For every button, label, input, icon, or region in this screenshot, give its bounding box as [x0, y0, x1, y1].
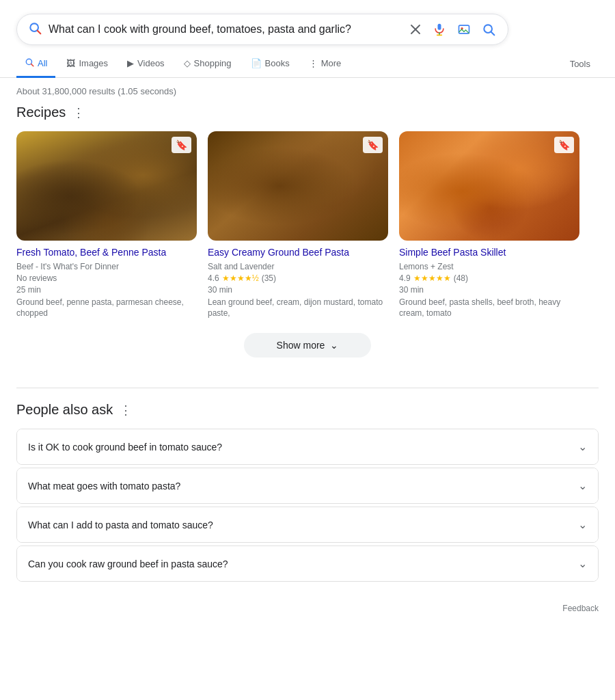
paa-menu-icon[interactable]: ⋮: [120, 403, 132, 418]
tab-books[interactable]: 📄 Books: [243, 51, 298, 77]
recipe-ingredients-3: Ground beef, pasta shells, beef broth, h…: [399, 297, 579, 320]
paa-item-4: Can you cook raw ground beef in pasta sa…: [16, 546, 599, 582]
bookmark-button-1[interactable]: 🔖: [172, 137, 191, 153]
recipe-time-2: 30 min: [208, 285, 388, 295]
search-icons: [408, 21, 497, 38]
videos-icon: ▶: [127, 58, 134, 68]
show-more-label: Show more: [277, 340, 325, 351]
chevron-down-icon: ⌄: [330, 340, 338, 351]
tab-all[interactable]: All: [16, 51, 55, 78]
recipe-time-1: 25 min: [16, 285, 197, 295]
feedback-link[interactable]: Feedback: [562, 604, 599, 613]
rating-count-3: (48): [454, 273, 468, 283]
bookmark-button-3[interactable]: 🔖: [554, 137, 574, 153]
recipe-source-1: Beef - It's What's For Dinner: [16, 262, 197, 271]
recipe-title-2: Easy Creamy Ground Beef Pasta: [208, 246, 388, 260]
show-more-button[interactable]: Show more ⌄: [244, 333, 372, 358]
tab-images[interactable]: 🖼 Images: [58, 51, 116, 77]
svg-rect-4: [438, 24, 441, 30]
paa-item-2: What meat goes with tomato pasta? ⌄: [16, 468, 599, 504]
tab-more-label: More: [321, 58, 342, 68]
chevron-down-icon-3: ⌄: [578, 518, 587, 531]
recipe-no-reviews-1: No reviews: [16, 273, 197, 283]
svg-line-1: [38, 31, 41, 34]
recipe-card-3[interactable]: 🔖 Simple Beef Pasta Skillet Lemons + Zes…: [399, 131, 579, 319]
search-input[interactable]: [49, 23, 408, 36]
search-icon: [28, 21, 42, 38]
image-search-button[interactable]: [456, 21, 472, 38]
tab-videos-label: Videos: [137, 58, 165, 68]
paa-question-text-4: Can you cook raw ground beef in pasta sa…: [28, 558, 228, 569]
clear-button[interactable]: [408, 22, 423, 37]
recipe-image-3: 🔖: [399, 131, 579, 241]
recipe-time-3: 30 min: [399, 285, 579, 295]
tab-images-label: Images: [79, 58, 108, 68]
search-bar: [16, 14, 508, 45]
bookmark-button-2[interactable]: 🔖: [363, 137, 383, 153]
tab-more[interactable]: ⋮ More: [301, 51, 350, 77]
recipe-source-3: Lemons + Zest: [399, 262, 579, 271]
svg-line-10: [491, 32, 495, 36]
recipes-menu-icon[interactable]: ⋮: [72, 105, 85, 120]
paa-item-3: What can I add to pasta and tomato sauce…: [16, 507, 599, 543]
recipe-card-1[interactable]: 🔖 Fresh Tomato, Beef & Penne Pasta Beef …: [16, 131, 197, 319]
tab-shopping[interactable]: ◇ Shopping: [176, 51, 240, 77]
recipe-rating-2: 4.6 ★★★★½ (35): [208, 273, 388, 283]
search-button[interactable]: [480, 21, 497, 38]
more-dots-icon: ⋮: [309, 58, 318, 68]
tab-videos[interactable]: ▶ Videos: [119, 51, 173, 77]
tab-all-label: All: [38, 58, 47, 68]
books-icon: 📄: [251, 58, 262, 68]
stars-3: ★★★★★: [413, 273, 451, 283]
results-info: About 31,800,000 results (1.05 seconds): [0, 78, 615, 105]
paa-question-1[interactable]: Is it OK to cook ground beef in tomato s…: [17, 429, 598, 464]
chevron-down-icon-1: ⌄: [578, 440, 587, 453]
recipe-title-1: Fresh Tomato, Beef & Penne Pasta: [16, 246, 197, 260]
paa-question-text-3: What can I add to pasta and tomato sauce…: [28, 520, 213, 530]
nav-tabs: All 🖼 Images ▶ Videos ◇ Shopping 📄 Books…: [0, 45, 615, 78]
tab-books-label: Books: [265, 58, 290, 68]
paa-header: People also ask ⋮: [16, 402, 599, 418]
svg-line-12: [31, 64, 33, 66]
chevron-down-icon-2: ⌄: [578, 479, 587, 492]
rating-value-3: 4.9: [399, 273, 411, 283]
recipe-card-2[interactable]: 🔖 Easy Creamy Ground Beef Pasta Salt and…: [208, 131, 388, 319]
voice-search-button[interactable]: [431, 21, 448, 38]
paa-question-4[interactable]: Can you cook raw ground beef in pasta sa…: [17, 546, 598, 581]
paa-question-2[interactable]: What meat goes with tomato pasta? ⌄: [17, 468, 598, 503]
recipe-cards: 🔖 Fresh Tomato, Beef & Penne Pasta Beef …: [16, 131, 599, 319]
people-also-ask-section: People also ask ⋮ Is it OK to cook groun…: [0, 388, 615, 598]
feedback-area: Feedback: [0, 598, 615, 619]
recipe-ingredients-2: Lean ground beef, cream, dijon mustard, …: [208, 297, 388, 320]
paa-question-3[interactable]: What can I add to pasta and tomato sauce…: [17, 507, 598, 542]
paa-item-1: Is it OK to cook ground beef in tomato s…: [16, 429, 599, 465]
shopping-icon: ◇: [184, 58, 191, 68]
paa-question-text-2: What meat goes with tomato pasta?: [28, 481, 180, 492]
show-more-wrapper: Show more ⌄: [16, 333, 599, 358]
all-search-icon: [25, 57, 34, 69]
recipe-rating-3: 4.9 ★★★★★ (48): [399, 273, 579, 283]
recipe-ingredients-1: Ground beef, penne pasta, parmesan chees…: [16, 297, 197, 320]
recipes-title: Recipes: [16, 105, 66, 120]
recipe-title-3: Simple Beef Pasta Skillet: [399, 246, 579, 260]
recipe-image-2: 🔖: [208, 131, 388, 241]
recipe-image-1: 🔖: [16, 131, 197, 241]
rating-count-2: (35): [262, 273, 276, 283]
stars-2: ★★★★½: [222, 273, 259, 283]
tab-tools[interactable]: Tools: [562, 52, 599, 76]
rating-value-2: 4.6: [208, 273, 219, 283]
recipe-source-2: Salt and Lavender: [208, 262, 388, 271]
paa-question-text-1: Is it OK to cook ground beef in tomato s…: [28, 442, 222, 453]
search-bar-wrapper: [0, 0, 615, 45]
images-icon: 🖼: [66, 58, 75, 68]
recipes-header: Recipes ⋮: [16, 105, 599, 120]
tab-shopping-label: Shopping: [194, 58, 232, 68]
chevron-down-icon-4: ⌄: [578, 557, 587, 570]
recipes-section: Recipes ⋮ 🔖 Fresh Tomato, Beef & Penne P…: [0, 105, 615, 388]
paa-title: People also ask: [16, 402, 113, 418]
